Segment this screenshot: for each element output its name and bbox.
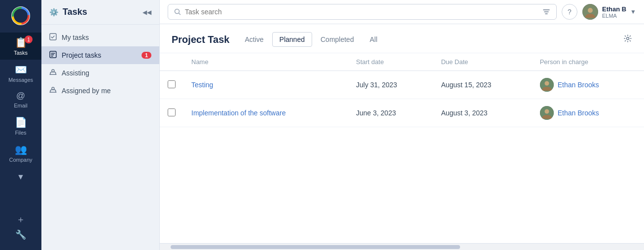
my-tasks-label: My tasks xyxy=(62,34,89,41)
row-2-start-date-cell: June 3, 2023 xyxy=(348,99,433,127)
assisting-icon xyxy=(49,69,57,77)
project-tasks-badge: 1 xyxy=(142,52,151,59)
files-icon: 📄 xyxy=(15,116,27,128)
filter-icon[interactable] xyxy=(542,8,550,16)
row-2-task-link[interactable]: Implementation of the software xyxy=(191,109,286,117)
project-tasks-icon xyxy=(49,51,57,60)
sidebar-title-text: Tasks xyxy=(63,7,87,17)
row-2-person-cell: Ethan Brooks xyxy=(532,99,644,127)
page-title: Project Task xyxy=(172,34,229,45)
scrollbar-thumb[interactable] xyxy=(171,245,460,249)
search-input[interactable] xyxy=(185,8,538,16)
app-logo[interactable] xyxy=(10,5,32,27)
sidebar-item-my-tasks[interactable]: My tasks xyxy=(41,29,159,46)
select-all-column xyxy=(160,53,183,71)
nav-item-company[interactable]: 👥 Company xyxy=(0,140,41,167)
sidebar-collapse-button[interactable]: ◀◀ xyxy=(143,9,151,16)
sidebar-header: ⚙️ Tasks ◀◀ xyxy=(41,0,159,25)
user-chevron-icon: ▼ xyxy=(630,8,636,15)
row-1-person-name[interactable]: Ethan Brooks xyxy=(558,81,599,89)
sidebar-items: My tasks Project tasks 1 Assisting Assig… xyxy=(41,25,159,104)
help-button[interactable]: ? xyxy=(562,4,577,20)
table-container: Name Start date Due Date Person in charg… xyxy=(160,53,644,243)
sidebar-title: ⚙️ Tasks xyxy=(49,7,87,17)
row-1-start-date-cell: July 31, 2023 xyxy=(348,71,433,99)
main-content: ? Ethan B ELMA ▼ Project Task xyxy=(160,0,644,250)
svg-point-5 xyxy=(175,9,179,14)
nav-item-email[interactable]: @ Email xyxy=(0,87,41,112)
tab-active[interactable]: Active xyxy=(237,32,271,47)
tab-planned[interactable]: Planned xyxy=(272,32,312,47)
user-org: ELMA xyxy=(602,13,626,19)
row-1-checkbox[interactable] xyxy=(168,80,176,88)
row-2-checkbox[interactable] xyxy=(168,108,176,116)
tab-all-label: All xyxy=(370,36,378,43)
nav-item-messages-label: Messages xyxy=(8,77,33,83)
row-1-person-avatar xyxy=(540,78,554,92)
help-icon: ? xyxy=(568,8,572,16)
messages-icon: ✉️ xyxy=(15,64,27,75)
company-icon: 👥 xyxy=(15,143,27,155)
row-2-name-cell: Implementation of the software xyxy=(183,99,348,127)
nav-item-company-label: Company xyxy=(9,157,32,163)
tab-active-label: Active xyxy=(245,36,263,43)
tasks-gear-icon: ⚙️ xyxy=(49,8,59,17)
row-2-checkbox-cell xyxy=(160,99,183,127)
user-area[interactable]: Ethan B ELMA ▼ xyxy=(582,4,636,20)
svg-point-4 xyxy=(52,87,54,90)
my-tasks-icon xyxy=(49,33,57,42)
tab-completed-label: Completed xyxy=(321,36,354,43)
table-header: Name Start date Due Date Person in charg… xyxy=(160,53,644,71)
content-header: Project Task Active Planned Completed Al… xyxy=(160,24,644,53)
svg-point-8 xyxy=(627,37,629,40)
topbar: ? Ethan B ELMA ▼ xyxy=(160,0,644,24)
table-row: Testing July 31, 2023 August 15, 2023 xyxy=(160,71,644,99)
nav-item-files[interactable]: 📄 Files xyxy=(0,112,41,140)
row-2-person-name[interactable]: Ethan Brooks xyxy=(558,109,599,117)
nav-item-tasks-label: Tasks xyxy=(14,50,28,56)
user-name: Ethan B xyxy=(602,5,626,13)
name-column-header: Name xyxy=(183,53,348,71)
project-tasks-label: Project tasks xyxy=(62,51,101,59)
nav-item-email-label: Email xyxy=(14,103,28,108)
tab-completed[interactable]: Completed xyxy=(313,32,361,47)
sidebar-item-assisting[interactable]: Assisting xyxy=(41,64,159,82)
search-box[interactable] xyxy=(168,4,557,20)
assigned-by-me-label: Assigned by me xyxy=(62,87,111,95)
table-body: Testing July 31, 2023 August 15, 2023 xyxy=(160,71,644,127)
nav-item-more[interactable]: ▼ xyxy=(0,169,41,185)
tasks-table: Name Start date Due Date Person in charg… xyxy=(160,53,644,127)
settings-wrench-icon[interactable]: 🔧 xyxy=(15,229,26,240)
email-icon: @ xyxy=(16,91,25,101)
row-1-task-link[interactable]: Testing xyxy=(191,81,213,89)
row-2-person-avatar xyxy=(540,106,554,120)
row-1-checkbox-cell xyxy=(160,71,183,99)
row-1-name-cell: Testing xyxy=(183,71,348,99)
svg-point-3 xyxy=(52,70,54,72)
sidebar-item-project-tasks[interactable]: Project tasks 1 xyxy=(41,46,159,64)
nav-item-files-label: Files xyxy=(15,130,26,136)
user-info: Ethan B ELMA xyxy=(602,5,626,19)
search-icon xyxy=(174,8,181,15)
start-date-column-header: Start date xyxy=(348,53,433,71)
nav-item-messages[interactable]: ✉️ Messages xyxy=(0,60,41,87)
nav-item-tasks[interactable]: 📋 Tasks 1 xyxy=(0,33,41,60)
due-date-column-header: Due Date xyxy=(433,53,532,71)
avatar xyxy=(582,4,598,20)
content-area: Project Task Active Planned Completed Al… xyxy=(160,24,644,250)
row-1-due-date-cell: August 15, 2023 xyxy=(433,71,532,99)
tab-all[interactable]: All xyxy=(362,32,385,47)
add-icon[interactable]: ＋ xyxy=(16,214,25,225)
assigned-by-me-icon xyxy=(49,86,57,95)
svg-point-12 xyxy=(544,109,549,114)
assisting-label: Assisting xyxy=(62,69,89,77)
row-1-person-cell: Ethan Brooks xyxy=(532,71,644,99)
tabs: Active Planned Completed All xyxy=(237,32,385,47)
tasks-badge: 1 xyxy=(25,36,33,43)
more-icon: ▼ xyxy=(17,173,25,181)
tab-planned-label: Planned xyxy=(280,36,305,43)
content-settings-icon[interactable] xyxy=(623,34,632,45)
left-nav: 📋 Tasks 1 ✉️ Messages @ Email 📄 Files 👥 … xyxy=(0,0,41,250)
horizontal-scrollbar[interactable] xyxy=(160,243,644,250)
sidebar-item-assigned-by-me[interactable]: Assigned by me xyxy=(41,82,159,100)
